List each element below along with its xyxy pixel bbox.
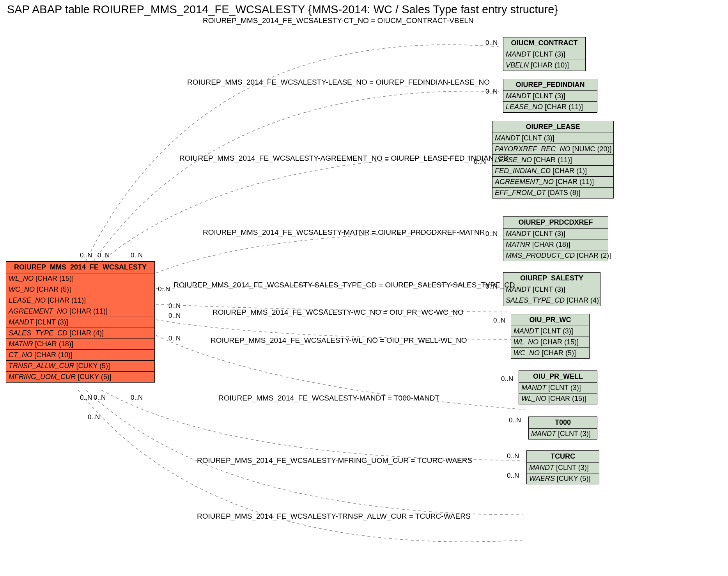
field: WL_NO [CHAR (15)]: [6, 273, 154, 284]
field: MANDT [CLNT (3)]: [519, 383, 597, 393]
field: MANDT [CLNT (3)]: [503, 229, 608, 239]
field: TRNSP_ALLW_CUR [CUKY (5)]: [6, 361, 154, 372]
rel-label: ROIUREP_MMS_2014_FE_WCSALESTY-LEASE_NO =…: [187, 78, 490, 87]
entity-main-header: ROIUREP_MMS_2014_FE_WCSALESTY: [6, 262, 154, 273]
field: WL_NO [CHAR (15)]: [511, 337, 589, 348]
field: WAERS [CUKY (5)]: [527, 473, 599, 484]
cardinality: 0..N: [474, 158, 486, 166]
field: MATNR [CHAR (18)]: [6, 339, 154, 350]
field: SALES_TYPE_CD [CHAR (4)]: [6, 328, 154, 339]
field: WC_NO [CHAR (5)]: [511, 348, 589, 358]
cardinality: 0..N: [507, 452, 519, 460]
cardinality: 0..N: [131, 394, 143, 402]
diagram-title: SAP ABAP table ROIUREP_MMS_2014_FE_WCSAL…: [7, 3, 558, 16]
field: VBELN [CHAR (10)]: [503, 60, 585, 71]
entity-header: OIUREP_LEASE: [492, 121, 613, 133]
cardinality: 0..N: [88, 413, 100, 421]
cardinality: 0..N: [168, 335, 181, 342]
entity-header: OIUREP_FEDINDIAN: [503, 79, 597, 91]
field: MANDT [CLNT (3)]: [503, 91, 597, 102]
rel-label: ROIUREP_MMS_2014_FE_WCSALESTY-WL_NO = OI…: [211, 336, 467, 345]
cardinality: 0..N: [97, 252, 110, 259]
entity-t000: T000 MANDT [CLNT (3)]: [528, 416, 597, 440]
cardinality: 0..N: [94, 394, 106, 402]
rel-label: ROIUREP_MMS_2014_FE_WCSALESTY-MFRING_UOM…: [197, 456, 472, 465]
cardinality: 0..N: [168, 302, 181, 310]
field: MANDT [CLNT (3)]: [503, 49, 585, 60]
entity-header: OIUREP_PRDCDXREF: [503, 217, 608, 229]
rel-label: ROIUREP_MMS_2014_FE_WCSALESTY-WC_NO = OI…: [213, 308, 464, 317]
entity-header: TCURC: [527, 451, 599, 463]
cardinality: 0..N: [509, 416, 521, 424]
field: AGREEMENT_NO [CHAR (11)]: [492, 177, 613, 188]
field: MANDT [CLNT (3)]: [492, 133, 613, 144]
cardinality: 0..N: [80, 252, 92, 259]
rel-label: ROIUREP_MMS_2014_FE_WCSALESTY-MANDT = T0…: [218, 394, 439, 402]
entity-header: OIUCM_CONTRACT: [503, 37, 585, 49]
entity-tcurc: TCURC MANDT [CLNT (3)] WAERS [CUKY (5)]: [526, 450, 599, 484]
entity-header: OIU_PR_WELL: [519, 371, 597, 383]
rel-label: ROIUREP_MMS_2014_FE_WCSALESTY-AGREEMENT_…: [179, 154, 509, 163]
rel-label: ROIUREP_MMS_2014_FE_WCSALESTY-SALES_TYPE…: [174, 281, 515, 289]
rel-label: ROIUREP_MMS_2014_FE_WCSALESTY-MATNR = OI…: [203, 228, 485, 237]
field: LEASE_NO [CHAR (11)]: [503, 102, 597, 112]
field: MANDT [CLNT (3)]: [511, 326, 589, 337]
field: SALES_TYPE_CD [CHAR (4)]: [503, 295, 600, 306]
field: WC_NO [CHAR (5)]: [6, 284, 154, 295]
field: AGREEMENT_NO [CHAR (11)]: [6, 306, 154, 317]
entity-oiucm-contract: OIUCM_CONTRACT MANDT [CLNT (3)] VBELN [C…: [503, 37, 586, 71]
entity-main: ROIUREP_MMS_2014_FE_WCSALESTY WL_NO [CHA…: [6, 261, 155, 383]
cardinality: 0..N: [485, 39, 498, 47]
cardinality: 0..N: [485, 283, 498, 291]
cardinality: 0..N: [485, 88, 498, 96]
entity-oiu-pr-well: OIU_PR_WELL MANDT [CLNT (3)] WL_NO [CHAR…: [519, 370, 597, 404]
entity-oiurep-fedindian: OIUREP_FEDINDIAN MANDT [CLNT (3)] LEASE_…: [503, 79, 597, 113]
field: LEASE_NO [CHAR (11)]: [492, 155, 613, 166]
field: LEASE_NO [CHAR (11)]: [6, 295, 154, 306]
cardinality: 0..N: [158, 285, 170, 293]
rel-label: ROIUREP_MMS_2014_FE_WCSALESTY-TRNSP_ALLW…: [197, 512, 471, 521]
rel-label: ROIUREP_MMS_2014_FE_WCSALESTY-CT_NO = OI…: [203, 16, 474, 25]
cardinality: 0..N: [507, 472, 519, 480]
entity-header: T000: [529, 417, 597, 429]
field: MMS_PRODUCT_CD [CHAR (2)]: [503, 250, 608, 261]
cardinality: 0..N: [131, 252, 143, 259]
field: FED_INDIAN_CD [CHAR (1)]: [492, 166, 613, 177]
field: PAYORXREF_REC_NO [NUMC (20)]: [492, 144, 613, 155]
field: MANDT [CLNT (3)]: [503, 284, 600, 295]
entity-header: OIU_PR_WC: [511, 314, 589, 326]
field: MFRING_UOM_CUR [CUKY (5)]: [6, 372, 154, 382]
entity-header: OIUREP_SALESTY: [503, 273, 600, 284]
cardinality: 0..N: [485, 230, 498, 238]
cardinality: 0..N: [501, 375, 513, 383]
cardinality: 0..N: [168, 312, 181, 320]
field: MATNR [CHAR (18)]: [503, 239, 608, 250]
field: WL_NO [CHAR (15)]: [519, 393, 597, 404]
cardinality: 0..N: [80, 394, 92, 402]
field: MANDT [CLNT (3)]: [6, 317, 154, 328]
entity-oiu-pr-wc: OIU_PR_WC MANDT [CLNT (3)] WL_NO [CHAR (…: [511, 314, 590, 359]
entity-oiurep-lease: OIUREP_LEASE MANDT [CLNT (3)] PAYORXREF_…: [492, 121, 614, 198]
field: EFF_FROM_DT [DATS (8)]: [492, 188, 613, 198]
cardinality: 0..N: [493, 317, 505, 324]
entity-oiurep-salesty: OIUREP_SALESTY MANDT [CLNT (3)] SALES_TY…: [503, 272, 600, 306]
field: MANDT [CLNT (3)]: [527, 463, 599, 473]
field: MANDT [CLNT (3)]: [529, 429, 597, 439]
field: CT_NO [CHAR (10)]: [6, 350, 154, 361]
entity-oiurep-prdcdxref: OIUREP_PRDCDXREF MANDT [CLNT (3)] MATNR …: [503, 216, 608, 261]
